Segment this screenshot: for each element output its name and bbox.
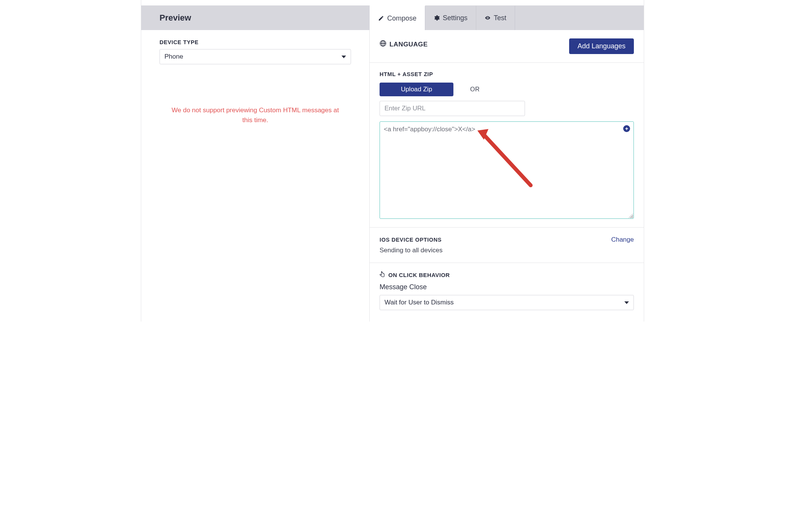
or-text: OR (470, 86, 480, 93)
top-spacer (141, 0, 644, 6)
on-click-label-row: ON CLICK BEHAVIOR (380, 271, 634, 279)
ios-change-link[interactable]: Change (611, 236, 634, 244)
language-section: LANGUAGE Add Languages (370, 30, 644, 63)
tab-settings[interactable]: Settings (425, 6, 476, 30)
tabs: Compose Settings Test (370, 6, 515, 30)
caret-down-icon (341, 56, 346, 58)
message-close-select[interactable]: Wait for User to Dismiss (380, 295, 634, 310)
add-plus-icon[interactable]: + (623, 125, 630, 132)
add-languages-button[interactable]: Add Languages (569, 38, 634, 54)
html-asset-section: HTML + ASSET ZIP Upload Zip OR <a href="… (370, 63, 644, 228)
message-close-label: Message Close (380, 283, 634, 291)
on-click-label: ON CLICK BEHAVIOR (388, 272, 450, 278)
ios-options-label: IOS DEVICE OPTIONS (380, 237, 442, 243)
header-row: Preview Compose Settings Test (141, 6, 644, 30)
tab-compose[interactable]: Compose (370, 5, 425, 30)
globe-icon (380, 40, 386, 49)
language-label-row: LANGUAGE (380, 40, 428, 49)
eye-icon (485, 15, 491, 21)
language-label: LANGUAGE (389, 41, 428, 48)
device-type-value: Phone (164, 53, 183, 61)
tab-test-label: Test (494, 14, 506, 22)
on-click-section: ON CLICK BEHAVIOR Message Close Wait for… (370, 263, 644, 322)
device-type-label: DEVICE TYPE (160, 39, 351, 45)
preview-warning: We do not support previewing Custom HTML… (160, 105, 351, 126)
gear-icon (434, 15, 440, 21)
tab-compose-label: Compose (387, 14, 416, 22)
zip-url-input[interactable] (380, 101, 525, 116)
pointer-icon (380, 271, 385, 279)
compose-pane: LANGUAGE Add Languages HTML + ASSET ZIP … (370, 30, 644, 322)
message-close-value: Wait for User to Dismiss (385, 299, 454, 306)
html-code-textarea[interactable]: <a href="appboy://close">X</a> (380, 121, 634, 219)
caret-down-icon (624, 301, 629, 304)
html-zip-label: HTML + ASSET ZIP (380, 71, 634, 77)
preview-pane: DEVICE TYPE Phone We do not support prev… (141, 30, 370, 322)
tab-settings-label: Settings (443, 14, 467, 22)
tab-test[interactable]: Test (476, 6, 515, 30)
ios-options-section: IOS DEVICE OPTIONS Change Sending to all… (370, 228, 644, 263)
device-type-select[interactable]: Phone (160, 49, 351, 64)
preview-title: Preview (141, 6, 370, 30)
ios-options-value: Sending to all devices (380, 247, 634, 254)
pencil-icon (378, 15, 384, 21)
upload-zip-button[interactable]: Upload Zip (380, 83, 453, 96)
